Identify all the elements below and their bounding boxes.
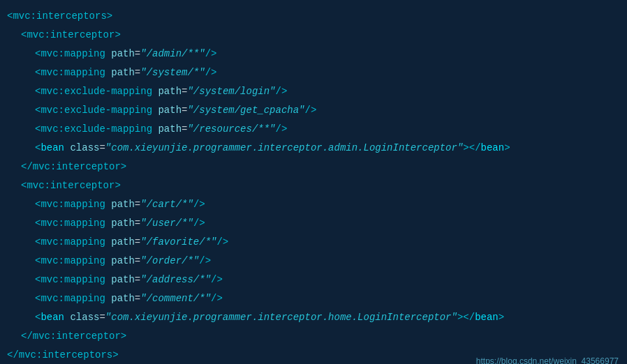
code-line: <mvc:exclude-mapping path="/resources/**…: [0, 120, 627, 139]
footer-url: https://blog.csdn.net/weixin_43566977: [476, 356, 619, 364]
code-line: <mvc:mapping path="/favorite/*"/>: [0, 233, 627, 252]
code-line: <mvc:mapping path="/cart/*"/>: [0, 195, 627, 214]
code-line: <mvc:mapping path="/order/*"/>: [0, 252, 627, 271]
code-line: <mvc:mapping path="/system/*"/>: [0, 63, 627, 82]
code-line: <mvc:mapping path="/admin/**"/>: [0, 45, 627, 63]
code-lines: <mvc:interceptors><mvc:interceptor><mvc:…: [0, 7, 627, 364]
code-line: <mvc:exclude-mapping path="/system/get_c…: [0, 101, 627, 120]
code-line: <mvc:interceptors>: [0, 7, 627, 26]
code-line: <mvc:exclude-mapping path="/system/login…: [0, 82, 627, 101]
code-line: <mvc:interceptor>: [0, 176, 627, 195]
code-line: <mvc:mapping path="/address/*"/>: [0, 271, 627, 289]
code-line: <mvc:mapping path="/comment/*"/>: [0, 289, 627, 308]
code-line: </mvc:interceptor>: [0, 327, 627, 346]
code-editor: <mvc:interceptors><mvc:interceptor><mvc:…: [0, 0, 627, 364]
code-line: </mvc:interceptor>: [0, 158, 627, 176]
code-line: <mvc:interceptor>: [0, 26, 627, 45]
code-line: <bean class="com.xieyunjie.programmer.in…: [0, 308, 627, 327]
code-line: <bean class="com.xieyunjie.programmer.in…: [0, 139, 627, 158]
code-line: <mvc:mapping path="/user/*"/>: [0, 214, 627, 233]
